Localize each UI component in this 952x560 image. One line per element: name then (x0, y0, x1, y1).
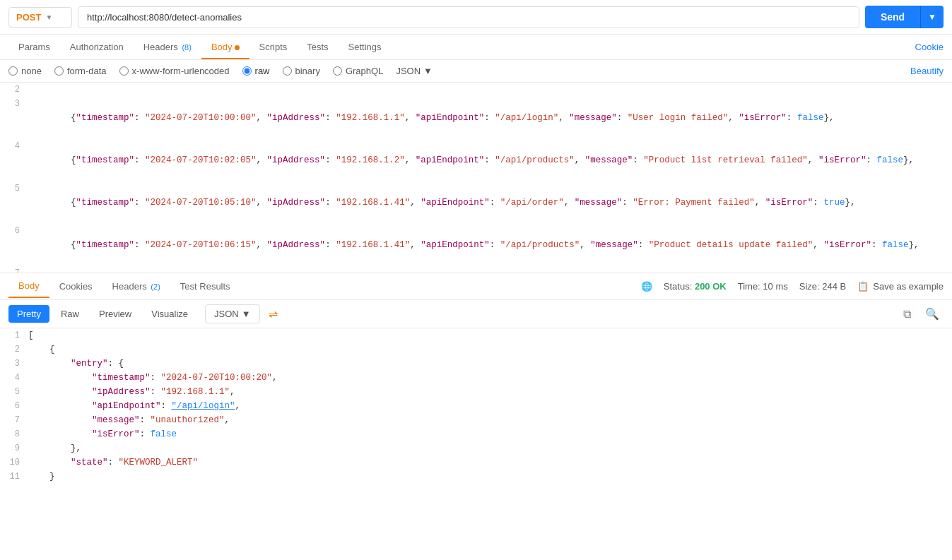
view-tabs-row: Pretty Raw Preview Visualize JSON ▼ ⇌ ⧉ … (0, 300, 952, 328)
request-bar: POST ▼ Send ▼ (0, 0, 952, 35)
method-select[interactable]: POST ▼ (8, 7, 72, 28)
resp-format-label: JSON (214, 309, 239, 319)
status-time: Time: 10 ms (738, 281, 788, 292)
resp-line: 1 [ (0, 328, 952, 342)
radio-graphql[interactable]: GraphQL (333, 66, 383, 76)
code-line: 3 {"timestamp": "2024-07-20T10:00:00", "… (0, 97, 952, 139)
code-line: 5 {"timestamp": "2024-07-20T10:05:10", "… (0, 181, 952, 224)
resp-line: 8 "isError": false (0, 427, 952, 441)
view-tab-preview[interactable]: Preview (90, 305, 140, 323)
resp-tab-cookies[interactable]: Cookies (49, 275, 102, 297)
send-button[interactable]: Send (865, 6, 920, 28)
tab-params[interactable]: Params (8, 35, 60, 59)
resp-line: 9 }, (0, 441, 952, 455)
resp-line: 3 "entry": { (0, 357, 952, 371)
radio-binary[interactable]: binary (283, 66, 320, 76)
resp-line: 5 "ipAddress": "192.168.1.1", (0, 385, 952, 399)
copy-button[interactable]: ⧉ (899, 306, 915, 322)
response-tabs: Body Cookies Headers (2) Test Results (8, 275, 240, 298)
code-line: 6 {"timestamp": "2024-07-20T10:06:15", "… (0, 224, 952, 266)
resp-tab-test-results[interactable]: Test Results (170, 275, 240, 297)
url-input[interactable] (78, 6, 859, 28)
resp-line: 4 "timestamp": "2024-07-20T10:00:20", (0, 371, 952, 385)
radio-urlencoded[interactable]: x-www-form-urlencoded (119, 66, 230, 76)
resp-line: 7 "message": "unauthorized", (0, 413, 952, 427)
radio-raw[interactable]: raw (242, 66, 270, 76)
request-tabs-row: Params Authorization Headers (8) Body Sc… (0, 35, 952, 60)
body-type-row: none form-data x-www-form-urlencoded raw… (0, 60, 952, 83)
resp-format-chevron-icon: ▼ (242, 309, 251, 319)
beautify-button[interactable]: Beautify (910, 66, 944, 76)
tab-body[interactable]: Body (201, 35, 249, 59)
save-icon: 📋 (857, 281, 869, 292)
response-status-bar: Body Cookies Headers (2) Test Results 🌐 … (0, 273, 952, 300)
response-format-select[interactable]: JSON ▼ (205, 304, 260, 323)
tab-authorization[interactable]: Authorization (60, 35, 134, 59)
radio-form-data[interactable]: form-data (54, 66, 107, 76)
view-tab-visualize[interactable]: Visualize (143, 305, 196, 323)
format-chevron-icon: ▼ (423, 66, 433, 76)
send-arrow-button[interactable]: ▼ (920, 6, 944, 28)
body-dot (235, 45, 240, 50)
tab-headers[interactable]: Headers (8) (134, 35, 201, 59)
method-label: POST (16, 12, 41, 23)
filter-icon[interactable]: ⇌ (269, 307, 278, 321)
code-line: 7 {"timestamp": "2024-07-20T10:07:20", "… (0, 266, 952, 273)
resp-headers-badge: (2) (151, 282, 160, 291)
resp-tab-body[interactable]: Body (8, 275, 49, 298)
headers-badge: (8) (182, 43, 191, 52)
resp-line: 6 "apiEndpoint": "/api/login", (0, 399, 952, 413)
status-code: Status: 200 OK (664, 281, 727, 292)
response-body-viewer: 1 [ 2 { 3 "entry": { 4 "timestamp": "202… (0, 328, 952, 552)
resp-line: 2 { (0, 342, 952, 357)
resp-line: 11 } (0, 470, 952, 484)
status-info: 🌐 Status: 200 OK Time: 10 ms Size: 244 B… (641, 281, 944, 292)
search-button[interactable]: 🔍 (921, 306, 944, 322)
code-line: 4 {"timestamp": "2024-07-20T10:02:05", "… (0, 139, 952, 181)
code-line: 2 (0, 83, 952, 97)
status-size: Size: 244 B (799, 281, 847, 292)
resp-tab-headers[interactable]: Headers (2) (102, 275, 170, 297)
tab-tests[interactable]: Tests (297, 35, 338, 59)
send-btn-group: Send ▼ (865, 6, 944, 28)
format-select[interactable]: JSON ▼ (396, 66, 433, 76)
method-chevron-icon: ▼ (45, 13, 52, 21)
tab-settings[interactable]: Settings (339, 35, 392, 59)
tab-scripts[interactable]: Scripts (249, 35, 298, 59)
resp-line: 10 "state": "KEYWORD_ALERT" (0, 455, 952, 470)
view-tab-raw[interactable]: Raw (52, 305, 88, 323)
view-tab-pretty[interactable]: Pretty (8, 305, 49, 323)
request-body-editor[interactable]: 2 3 {"timestamp": "2024-07-20T10:00:00",… (0, 83, 952, 273)
cookie-link[interactable]: Cookie (915, 42, 944, 52)
view-icons: ⧉ 🔍 (899, 306, 944, 322)
globe-icon: 🌐 (641, 281, 652, 292)
save-example-button[interactable]: 📋 Save as example (857, 281, 944, 292)
radio-none[interactable]: none (8, 66, 42, 76)
